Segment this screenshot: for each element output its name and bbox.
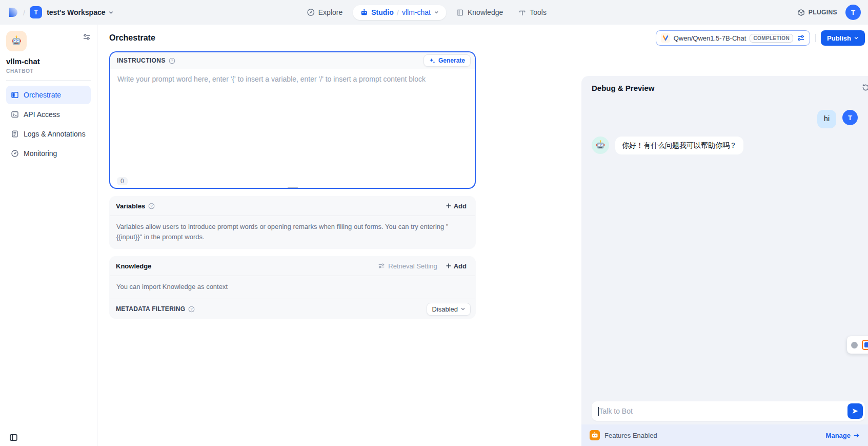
chevron-down-icon	[108, 10, 114, 15]
model-vllm-icon	[661, 33, 670, 43]
knowledge-header: Knowledge Retrieval Setting Add	[109, 256, 476, 276]
chevron-down-icon	[854, 35, 859, 41]
add-knowledge-label: Add	[454, 262, 467, 270]
explore-compass-icon	[307, 8, 315, 16]
send-icon	[852, 408, 859, 415]
add-variable-button[interactable]: Add	[441, 200, 471, 212]
retrieval-setting-label: Retrieval Setting	[388, 262, 437, 270]
app-robot-icon[interactable]	[6, 31, 27, 51]
chat-message-assistant: 你好！有什么问题我可以帮助你吗？	[592, 137, 858, 155]
app-header	[6, 31, 91, 51]
status-dot-icon	[851, 342, 858, 348]
workspace-switcher[interactable]: test's Workspace	[47, 8, 113, 16]
resize-handle[interactable]	[288, 187, 298, 188]
tools-hammer-icon	[518, 9, 526, 16]
orchestrate-main: Orchestrate Qwen/Qwen1.5-7B-Chat COMPLET…	[97, 25, 868, 446]
workspace-avatar[interactable]: T	[30, 6, 42, 18]
sidebar-item-logs-annotations[interactable]: Logs & Annotations	[6, 125, 91, 143]
publish-button[interactable]: Publish	[821, 30, 865, 46]
help-icon[interactable]: ?	[188, 306, 195, 313]
features-enabled-label: Features Enabled	[604, 432, 657, 439]
topbar-right: PLUGINS T	[797, 5, 861, 20]
retrieval-setting-button[interactable]: Retrieval Setting	[374, 260, 441, 272]
help-icon[interactable]: ?	[169, 57, 175, 64]
chat-area: hi T 你好！有什么问题我可以帮助你吗？	[581, 100, 868, 154]
nav-knowledge-label: Knowledge	[468, 8, 503, 16]
text-caret	[598, 407, 599, 416]
nav-explore[interactable]: Explore	[301, 5, 348, 20]
model-selector[interactable]: Qwen/Qwen1.5-7B-Chat COMPLETION	[656, 30, 810, 46]
sidebar-item-label: Monitoring	[24, 149, 57, 158]
user-chat-avatar: T	[842, 110, 858, 125]
user-avatar[interactable]: T	[845, 5, 861, 20]
svg-text:?: ?	[151, 203, 153, 208]
nav-tools[interactable]: Tools	[513, 5, 552, 20]
page-title: Orchestrate	[109, 33, 155, 43]
svg-text:?: ?	[171, 58, 173, 63]
header-separator	[815, 34, 816, 42]
knowledge-book-icon	[456, 9, 464, 16]
sidebar-item-label: Orchestrate	[24, 91, 61, 99]
instructions-title: INSTRUCTIONS	[117, 57, 166, 64]
variables-title: Variables	[116, 202, 145, 210]
collapse-sidebar-icon[interactable]	[9, 433, 18, 442]
orchestrate-icon	[11, 91, 19, 99]
instructions-body: 0	[110, 69, 475, 189]
metadata-filtering-dropdown[interactable]: Disabled	[427, 303, 471, 316]
debug-preview-header: Debug & Preview	[581, 76, 868, 100]
nav-studio[interactable]: Studio / vllm-chat	[353, 5, 446, 20]
tune-icon[interactable]	[797, 34, 805, 42]
sidebar-item-orchestrate[interactable]: Orchestrate	[6, 86, 91, 104]
app-sidebar: vllm-chat CHATBOT Orchestrate API Access…	[0, 25, 97, 446]
nav-separator: /	[397, 8, 399, 17]
char-count-badge: 0	[117, 177, 128, 185]
chat-message-user: hi T	[592, 110, 858, 128]
top-navigation-bar: / T test's Workspace Explore Studio / vl…	[0, 0, 868, 25]
knowledge-description: You can import Knowledge as context	[109, 276, 476, 299]
metadata-filtering-value: Disabled	[432, 305, 458, 313]
restart-icon[interactable]	[861, 83, 868, 92]
floating-widget[interactable]	[847, 336, 868, 354]
app-name: vllm-chat	[6, 57, 91, 66]
logs-icon	[11, 130, 19, 138]
user-message-bubble: hi	[817, 110, 836, 128]
metadata-filtering-row: METADATA FILTERING ? Disabled	[109, 299, 476, 319]
publish-label: Publish	[827, 34, 851, 42]
model-name: Qwen/Qwen1.5-7B-Chat	[674, 34, 746, 42]
chat-input[interactable]	[599, 407, 848, 415]
instructions-panel: INSTRUCTIONS ? Generate 0	[109, 51, 476, 189]
help-icon[interactable]: ?	[148, 203, 155, 209]
variables-panel: Variables ? Add Variables allow users to…	[109, 196, 476, 249]
plus-icon	[446, 263, 452, 269]
chevron-down-icon[interactable]	[434, 10, 439, 15]
svg-text:?: ?	[191, 307, 193, 312]
assistant-message-bubble: 你好！有什么问题我可以帮助你吗？	[615, 137, 743, 155]
sidebar-item-label: API Access	[24, 110, 60, 119]
nav-knowledge[interactable]: Knowledge	[451, 5, 508, 20]
manage-features-link[interactable]: Manage	[826, 432, 860, 439]
knowledge-panel: Knowledge Retrieval Setting Add You can …	[109, 256, 476, 319]
plugins-cube-icon	[797, 9, 805, 16]
app-settings-icon[interactable]	[83, 33, 91, 41]
plugins-button[interactable]: PLUGINS	[797, 9, 837, 16]
nav-studio-label: Studio	[371, 8, 394, 16]
main-header: Orchestrate Qwen/Qwen1.5-7B-Chat COMPLET…	[97, 25, 868, 51]
manage-label: Manage	[826, 432, 851, 439]
studio-robot-icon	[360, 8, 368, 16]
generate-label: Generate	[438, 57, 465, 64]
api-access-icon	[11, 110, 19, 119]
prompt-editor[interactable]	[110, 69, 475, 166]
knowledge-title: Knowledge	[116, 262, 151, 270]
nav-current-app: vllm-chat	[402, 8, 431, 16]
dify-logo[interactable]	[7, 7, 18, 18]
send-button[interactable]	[847, 403, 863, 419]
workspace-breadcrumb: / T test's Workspace	[7, 6, 114, 18]
app-type-badge: CHATBOT	[6, 68, 91, 74]
generate-button[interactable]: Generate	[423, 54, 471, 67]
add-knowledge-button[interactable]: Add	[441, 260, 471, 272]
sidebar-item-label: Logs & Annotations	[24, 130, 86, 138]
features-icon	[590, 430, 600, 440]
plugins-label: PLUGINS	[809, 9, 837, 16]
sidebar-item-monitoring[interactable]: Monitoring	[6, 144, 91, 163]
sidebar-item-api-access[interactable]: API Access	[6, 105, 91, 124]
